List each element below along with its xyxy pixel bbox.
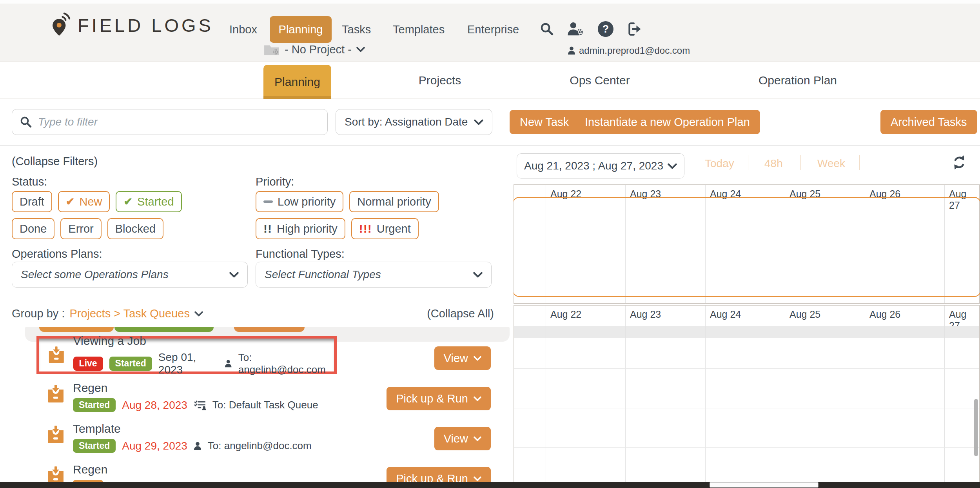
status-chip-error[interactable]: Error xyxy=(60,218,101,239)
action-label: View xyxy=(444,432,468,445)
collapse-all-link[interactable]: (Collapse All) xyxy=(427,307,494,320)
logo-pin-icon xyxy=(50,12,72,38)
grid-line xyxy=(785,306,785,487)
functional-types-select[interactable]: Select Functional Types xyxy=(256,262,492,288)
instantiate-operation-plan-button[interactable]: Instantiate a new Operation Plan xyxy=(575,110,760,134)
pill-fragment xyxy=(114,327,214,332)
task-action-button[interactable]: View xyxy=(434,427,491,450)
operations-plans-placeholder: Select some Operations Plans xyxy=(21,268,169,281)
task-inbox-icon xyxy=(46,426,65,444)
task-assignee: To: angelinb@doc.com xyxy=(208,440,312,452)
grid-line xyxy=(785,185,785,303)
calendar-week-top: Aug 22 Aug 23 Aug 24 Aug 25 Aug 26 Aug 2… xyxy=(514,184,980,304)
calendar-panel: Aug 21, 2023 ; Aug 27, 2023 Today 48h We… xyxy=(514,146,980,488)
priority-chip-low[interactable]: Low priority xyxy=(256,191,343,212)
filter-input[interactable] xyxy=(38,116,319,128)
priority-label: Priority: xyxy=(256,175,294,188)
search-icon[interactable] xyxy=(538,20,556,38)
range-48h-button[interactable]: 48h xyxy=(764,157,783,170)
group-by-row: Group by : Projects > Task Queues (Colla… xyxy=(12,307,494,320)
person-icon xyxy=(568,46,575,55)
chevron-down-icon xyxy=(474,356,481,361)
status-chip-blocked[interactable]: Blocked xyxy=(107,218,163,239)
calendar-week-bottom: Aug 22 Aug 23 Aug 24 Aug 25 Aug 26 Aug 2… xyxy=(514,305,980,488)
day-header: Aug 25 xyxy=(789,188,820,200)
nav-enterprise[interactable]: Enterprise xyxy=(467,16,519,43)
logout-icon[interactable] xyxy=(626,20,644,38)
sort-dropdown[interactable]: Sort by: Assignation Date xyxy=(336,109,492,135)
priority-chip-urgent[interactable]: !!!Urgent xyxy=(351,218,419,239)
day-header: Aug 26 xyxy=(869,309,900,320)
tab-planning[interactable]: Planning xyxy=(263,65,331,99)
range-week-button[interactable]: Week xyxy=(817,157,845,170)
filter-search-box xyxy=(12,109,328,135)
tab-operation-plan[interactable]: Operation Plan xyxy=(759,62,837,99)
functional-types-label: Functional Types: xyxy=(256,248,345,260)
task-row[interactable]: Template Started Aug 29, 2023 To: angeli… xyxy=(46,422,312,453)
task-action-button[interactable]: Pick up & Run xyxy=(387,387,491,410)
horizontal-scrollbar-thumb[interactable] xyxy=(710,482,818,488)
tab-ops-center[interactable]: Ops Center xyxy=(570,62,630,99)
grid-line xyxy=(546,306,546,487)
app-header: FIELD LOGS Inbox Planning Tasks Template… xyxy=(0,4,980,62)
new-task-button[interactable]: New Task xyxy=(510,110,579,134)
status-chip-done[interactable]: Done xyxy=(12,218,54,239)
functional-types-placeholder: Select Functional Types xyxy=(265,268,381,281)
priority-chip-high[interactable]: !!High priority xyxy=(256,218,345,239)
task-inbox-icon xyxy=(47,346,65,364)
task-date: Aug 28, 2023 xyxy=(122,399,187,412)
chip-label: New xyxy=(79,195,102,208)
divider xyxy=(859,155,860,170)
high-priority-icon: !! xyxy=(263,223,272,235)
tab-projects[interactable]: Projects xyxy=(419,62,461,99)
all-day-band xyxy=(514,326,979,338)
date-range-dropdown[interactable]: Aug 21, 2023 ; Aug 27, 2023 xyxy=(517,153,684,178)
action-label: View xyxy=(444,352,468,365)
archived-tasks-button[interactable]: Archived Tasks xyxy=(880,110,977,134)
status-chip-started[interactable]: ✔Started xyxy=(116,191,181,212)
priority-chip-normal[interactable]: Normal priority xyxy=(349,191,439,212)
action-label: Pick up & Run xyxy=(396,392,468,405)
search-icon xyxy=(20,116,32,128)
day-header: Aug 23 xyxy=(630,309,661,320)
task-title: Viewing a Job xyxy=(73,334,334,348)
task-meta: Started Aug 29, 2023 To: angelinb@doc.co… xyxy=(73,439,312,453)
status-chips: Draft ✔New ✔Started Done Error Blocked xyxy=(12,191,227,239)
refresh-icon[interactable] xyxy=(952,155,967,171)
top-strip xyxy=(0,0,980,3)
task-assignee: To: angelinb@doc.com xyxy=(238,351,334,376)
grid-line xyxy=(546,185,546,303)
nav-inbox[interactable]: Inbox xyxy=(229,16,257,43)
chevron-down-icon xyxy=(474,119,483,125)
status-chip-new[interactable]: ✔New xyxy=(58,191,110,212)
project-selector[interactable]: - No Project - xyxy=(263,43,365,56)
task-content: Viewing a Job Live Started Sep 01, 2023 … xyxy=(73,334,334,376)
bottom-bar xyxy=(0,482,980,488)
chevron-down-icon xyxy=(194,311,203,317)
group-by-dropdown[interactable]: Group by : Projects > Task Queues xyxy=(12,307,203,320)
group-by-value: Projects > Task Queues xyxy=(69,307,190,320)
chevron-down-icon xyxy=(474,436,481,441)
priority-chips: Low priority Normal priority !!High prio… xyxy=(256,191,452,239)
nav-planning[interactable]: Planning xyxy=(270,16,332,43)
day-header: Aug 23 xyxy=(630,188,661,200)
vertical-scrollbar-thumb[interactable] xyxy=(974,399,978,456)
check-icon: ✔ xyxy=(66,197,75,207)
help-glyph: ? xyxy=(598,21,613,37)
operations-plans-select[interactable]: Select some Operations Plans xyxy=(12,262,248,288)
user-settings-icon[interactable] xyxy=(566,20,584,38)
chip-label: Done xyxy=(20,222,47,235)
nav-tasks[interactable]: Tasks xyxy=(342,16,371,43)
task-assignee: To: Default Task Queue xyxy=(212,399,318,411)
help-icon[interactable]: ? xyxy=(597,20,615,38)
task-inbox-icon xyxy=(46,385,65,403)
folder-gear-icon xyxy=(263,43,280,56)
task-row[interactable]: Regen Started Aug 28, 2023 To: Default T… xyxy=(46,381,318,412)
task-title: Template xyxy=(73,422,312,436)
task-row[interactable]: Viewing a Job Live Started Sep 01, 2023 … xyxy=(39,339,334,371)
collapse-filters-link[interactable]: (Collapse Filters) xyxy=(12,155,98,168)
nav-templates[interactable]: Templates xyxy=(393,16,445,43)
range-today-button[interactable]: Today xyxy=(705,157,734,170)
status-chip-draft[interactable]: Draft xyxy=(12,191,52,212)
task-action-button[interactable]: View xyxy=(434,346,491,370)
